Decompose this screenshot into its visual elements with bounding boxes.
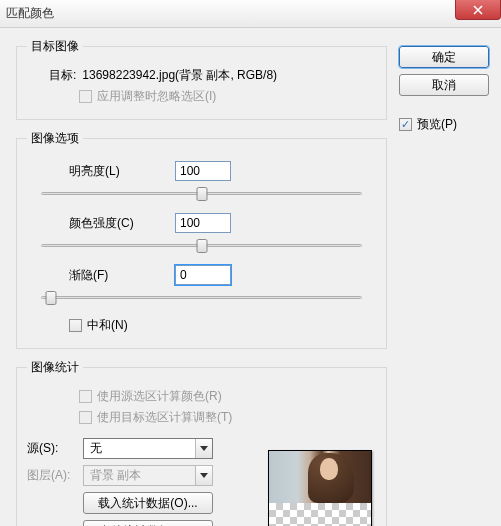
use-source-sel-checkbox (79, 390, 92, 403)
dest-image-group: 目标图像 目标: 13698223942.jpg(背景 副本, RGB/8) 应… (16, 38, 387, 120)
layer-label: 图层(A): (27, 467, 83, 484)
close-button[interactable] (455, 0, 501, 20)
ok-button[interactable]: 确定 (399, 46, 489, 68)
layer-combo: 背景 副本 (83, 465, 213, 486)
fade-slider[interactable] (41, 289, 362, 307)
preview-checkbox[interactable] (399, 118, 412, 131)
use-source-sel-label: 使用源选区计算颜色(R) (97, 388, 222, 405)
luminance-label: 明亮度(L) (27, 163, 175, 180)
chevron-down-icon (195, 466, 212, 485)
target-value: 13698223942.jpg(背景 副本, RGB/8) (82, 67, 277, 84)
preview-label: 预览(P) (417, 116, 457, 133)
close-icon (473, 5, 483, 15)
cancel-button[interactable]: 取消 (399, 74, 489, 96)
window-title: 匹配颜色 (6, 5, 54, 22)
intensity-input[interactable] (175, 213, 231, 233)
titlebar: 匹配颜色 (0, 0, 501, 28)
intensity-slider[interactable] (41, 237, 362, 255)
luminance-thumb[interactable] (196, 187, 207, 201)
use-target-sel-checkbox (79, 411, 92, 424)
use-target-sel-label: 使用目标选区计算调整(T) (97, 409, 232, 426)
image-options-group: 图像选项 明亮度(L) 颜色强度(C) (16, 130, 387, 349)
layer-value: 背景 副本 (84, 467, 195, 484)
dest-image-legend: 目标图像 (27, 38, 83, 55)
source-value: 无 (84, 440, 195, 457)
preview-thumbnail (268, 450, 372, 526)
fade-thumb[interactable] (45, 291, 56, 305)
intensity-label: 颜色强度(C) (27, 215, 175, 232)
luminance-input[interactable] (175, 161, 231, 181)
image-stats-legend: 图像统计 (27, 359, 83, 376)
load-stats-button[interactable]: 载入统计数据(O)... (83, 492, 213, 514)
image-stats-group: 图像统计 使用源选区计算颜色(R) 使用目标选区计算调整(T) 源(S): 无 … (16, 359, 387, 526)
source-label: 源(S): (27, 440, 83, 457)
ignore-selection-label: 应用调整时忽略选区(I) (97, 88, 216, 105)
chevron-down-icon (195, 439, 212, 458)
target-label: 目标: (49, 67, 76, 84)
transparency-checker (269, 503, 371, 526)
target-row: 目标: 13698223942.jpg(背景 副本, RGB/8) (27, 67, 376, 84)
neutralize-label: 中和(N) (87, 317, 128, 334)
source-combo[interactable]: 无 (83, 438, 213, 459)
fade-input[interactable] (175, 265, 231, 285)
preview-image (269, 451, 371, 503)
intensity-thumb[interactable] (196, 239, 207, 253)
neutralize-checkbox[interactable] (69, 319, 82, 332)
save-stats-button[interactable]: 存储统计数据(V)... (83, 520, 213, 526)
image-options-legend: 图像选项 (27, 130, 83, 147)
fade-label: 渐隐(F) (27, 267, 175, 284)
luminance-slider[interactable] (41, 185, 362, 203)
ignore-selection-checkbox (79, 90, 92, 103)
